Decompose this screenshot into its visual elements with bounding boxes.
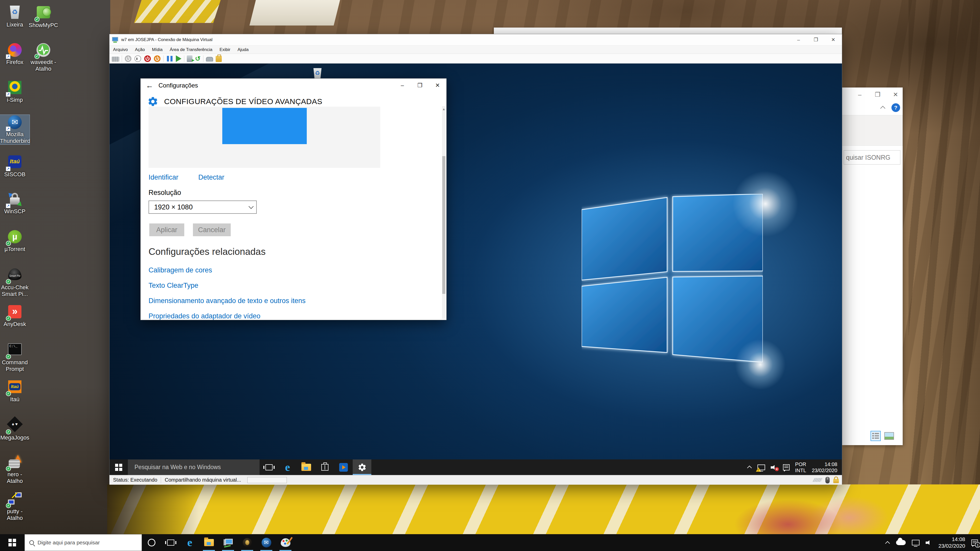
cancel-button[interactable]: Cancelar	[193, 224, 231, 236]
host-edge-button[interactable]: e	[180, 534, 199, 551]
background-window[interactable]: – ❐ ✕ ?	[842, 87, 903, 445]
bgwin-close-button[interactable]: ✕	[892, 91, 899, 98]
host-file-explorer-button[interactable]	[199, 534, 218, 551]
apply-button[interactable]: Aplicar	[149, 224, 184, 236]
edge-icon: e	[187, 537, 192, 548]
volume-muted-icon[interactable]: ✕	[771, 465, 777, 470]
resume-vm-icon[interactable]	[176, 56, 181, 62]
guest-language-indicator[interactable]: POR INTL	[795, 461, 806, 473]
back-button[interactable]: ←	[141, 81, 159, 90]
guest-clock[interactable]: 14:08 23/02/2020	[812, 461, 837, 473]
help-button[interactable]: ?	[891, 103, 900, 112]
checkpoint-icon[interactable]	[187, 56, 192, 62]
desktop-icon-command-prompt[interactable]: C:\_✓ Command Prompt	[0, 342, 30, 372]
desktop-icon-showmypc[interactable]: ✓ ShowMyPC	[29, 5, 58, 29]
color-calibration-link[interactable]: Calibragem de cores	[148, 266, 212, 274]
vm-status-text: Status: Executando	[110, 477, 161, 483]
desktop-icon-waveedit[interactable]: ✓ waveedit - Atalho	[29, 43, 58, 72]
vm-maximize-button[interactable]: ❐	[807, 34, 824, 45]
guest-store-button[interactable]	[315, 459, 334, 475]
desktop-icon-thunderbird[interactable]: ↗ Mozilla Thunderbird	[0, 115, 30, 144]
host-clock[interactable]: 14:08 23/02/2020	[939, 536, 965, 549]
share-icon[interactable]	[206, 57, 213, 62]
detect-link[interactable]: Detectar	[198, 173, 224, 181]
menu-exibir[interactable]: Exibir	[216, 47, 234, 52]
host-task-view-button[interactable]	[161, 534, 180, 551]
settings-close-button[interactable]: ✕	[429, 79, 446, 92]
stop-vm-icon[interactable]	[135, 56, 141, 62]
revert-icon[interactable]: ↺	[195, 56, 200, 62]
guest-settings-button[interactable]	[353, 459, 371, 475]
display-adapter-link[interactable]: Propriedades do adaptador de vídeo	[148, 312, 260, 320]
scroll-up-icon[interactable]: ▲	[442, 106, 445, 113]
menu-area-transferencia[interactable]: Área de Transferência	[166, 47, 216, 52]
bgwin-maximize-button[interactable]: ❐	[874, 91, 881, 98]
list-view-button[interactable]	[870, 431, 881, 441]
network-warning-icon[interactable]	[757, 465, 765, 470]
desktop-icon-winscp[interactable]: ↗ WinSCP	[0, 192, 30, 215]
desktop-icon-megajogos[interactable]: ✓ MegaJogos	[0, 417, 30, 441]
media-app-button[interactable]	[238, 534, 257, 551]
pause-vm-icon[interactable]	[166, 55, 173, 62]
desktop-icon-siscob[interactable]: Itaú↗ SISCOB	[0, 154, 30, 178]
desktop-icon-itau[interactable]: Itaú✓ Itaú	[0, 380, 30, 403]
monitor-1-preview[interactable]	[222, 108, 307, 144]
volume-icon[interactable]	[926, 540, 932, 545]
bgwin-minimize-button[interactable]: –	[856, 91, 863, 98]
turn-off-vm-icon[interactable]	[144, 56, 151, 62]
ribbon-collapse-icon[interactable]	[880, 106, 885, 111]
host-thunderbird-button[interactable]	[257, 534, 276, 551]
guest-media-player-button[interactable]	[334, 459, 353, 475]
menu-ajuda[interactable]: Ajuda	[234, 47, 252, 52]
ctrl-alt-del-icon[interactable]	[111, 57, 119, 62]
menu-midia[interactable]: Mídia	[148, 47, 166, 52]
vm-titlebar[interactable]: w7 em JOSEJPA - Conexão de Máquina Virtu…	[110, 34, 842, 45]
advanced-sizing-link[interactable]: Dimensionamento avançado de texto e outr…	[148, 297, 305, 305]
host-start-button[interactable]	[0, 534, 24, 551]
tray-chevron-icon[interactable]	[747, 465, 752, 470]
thumbnail-view-button[interactable]	[884, 432, 894, 440]
settings-titlebar[interactable]: ← Configurações – ❐ ✕	[141, 79, 446, 92]
settings-minimize-button[interactable]: –	[393, 79, 411, 92]
desktop-icon-firefox[interactable]: ↗ Firefox	[0, 43, 30, 65]
reset-vm-icon[interactable]	[154, 56, 161, 62]
desktop-icon-putty[interactable]: ✓ putty - Atalho	[0, 492, 30, 521]
nero-icon	[8, 455, 21, 468]
action-center-icon[interactable]: 1	[971, 540, 978, 546]
scrollbar[interactable]: ▲	[442, 106, 445, 319]
action-center-icon[interactable]	[783, 464, 790, 470]
scrollbar-thumb[interactable]	[442, 156, 445, 294]
vm-close-button[interactable]: ✕	[824, 34, 842, 45]
menu-acao[interactable]: Ação	[131, 47, 148, 52]
network-icon[interactable]	[912, 540, 920, 545]
menu-arquivo[interactable]: Arquivo	[110, 47, 131, 52]
chevron-down-icon	[248, 204, 254, 209]
identify-link[interactable]: Identificar	[148, 173, 178, 181]
cleartype-link[interactable]: Texto ClearType	[148, 282, 198, 289]
onedrive-icon[interactable]	[896, 540, 906, 545]
desktop-icon-i-simp[interactable]: ↗ i-Simp	[0, 80, 30, 103]
display-preview-panel	[148, 106, 380, 168]
desktop-icon-lixeira[interactable]: ♻ Lixeira	[0, 5, 30, 28]
paint-button[interactable]	[276, 534, 295, 551]
bgwin-search-input[interactable]	[844, 150, 900, 165]
guest-file-explorer-button[interactable]	[297, 459, 315, 475]
vm-minimize-button[interactable]: –	[790, 34, 807, 45]
host-search-input[interactable]	[38, 540, 129, 546]
hyperv-connection-button[interactable]	[218, 534, 238, 551]
desktop-icon-nero[interactable]: ✓ nero - Atalho	[0, 454, 30, 484]
tray-chevron-icon[interactable]	[885, 541, 890, 546]
desktop-icon-accu-chek[interactable]: Smart Pix✓ Accu-Chek Smart Pi...	[0, 267, 30, 297]
settings-maximize-button[interactable]: ❐	[411, 79, 429, 92]
guest-task-view-button[interactable]	[259, 459, 278, 475]
enhanced-session-icon[interactable]	[216, 56, 222, 62]
desktop-icon-utorrent[interactable]: µ✓ µTorrent	[0, 229, 30, 252]
guest-start-button[interactable]	[110, 459, 128, 475]
cortana-button[interactable]	[142, 534, 161, 551]
host-search-box[interactable]	[24, 534, 142, 551]
start-vm-icon[interactable]	[125, 56, 131, 62]
guest-search-input[interactable]	[128, 459, 259, 475]
desktop-icon-anydesk[interactable]: »✓ AnyDesk	[0, 304, 30, 327]
guest-edge-button[interactable]: e	[278, 459, 297, 475]
resolution-dropdown[interactable]: 1920 × 1080	[148, 200, 257, 214]
